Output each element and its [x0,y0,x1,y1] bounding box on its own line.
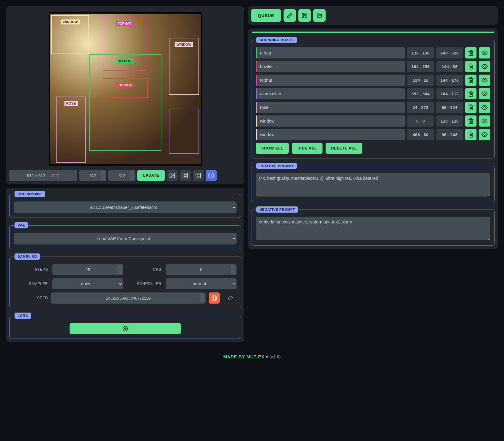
positive-prompt-legend: POSITIVE PROMPT [256,163,297,169]
bbox-prompt-input[interactable] [256,61,405,72]
delete-all-button[interactable]: DELETE ALL [326,143,362,154]
bbox-prompt-input[interactable] [256,75,405,86]
open-folder-button[interactable] [313,9,326,22]
positive-prompt-section: POSITIVE PROMPT [251,163,495,202]
bbox-row: 408,8096×248 [256,129,490,140]
vae-select[interactable]: Load VAE From Checkpoint [14,233,237,244]
bbox-prompt-input[interactable] [256,88,405,99]
height-input[interactable] [108,170,135,181]
bbox-delete-button[interactable] [465,102,476,113]
svg-point-15 [484,93,485,95]
bbox-visibility-button[interactable] [479,47,490,58]
top-actions-panel: QUEUE [248,6,498,25]
svg-point-10 [215,299,216,300]
bbox-prompt-input[interactable] [256,102,405,113]
seed-label: SEED [14,296,48,300]
preview-panel: WINDOWTOPHATWINDOWA FROGBOWTIEROSE 512 ×… [6,6,244,184]
bbox-size: 96×224 [436,102,463,113]
update-button[interactable]: UPDATE [137,170,165,181]
bbox-position: 392,384 [407,88,434,99]
width-input[interactable] [79,170,106,181]
negative-prompt-textarea[interactable] [256,217,490,240]
bbox-visibility-button[interactable] [479,75,490,86]
negative-prompt-section: NEGATIVE PROMPT [251,206,495,246]
bbox-visibility-button[interactable] [479,129,490,140]
recycle-icon[interactable] [224,295,237,301]
bbox-delete-button[interactable] [465,129,476,140]
svg-point-1 [171,174,172,175]
scheduler-select[interactable]: normal [166,278,237,289]
save-button[interactable] [298,9,311,22]
bbox-size: 120×128 [436,115,463,127]
sampling-legend: SAMPLING [15,253,40,260]
progress-bar [252,32,494,33]
bbox-delete-button[interactable] [465,61,476,72]
bbox-row: 8,8120×128 [256,115,490,127]
svg-rect-6 [212,296,217,300]
footer-made: MADE BY MUT-EX [223,354,264,359]
svg-point-9 [213,299,214,300]
svg-rect-2 [183,173,187,178]
randomize-seed-button[interactable] [209,292,220,304]
svg-point-18 [484,134,485,136]
svg-rect-3 [184,175,186,177]
bbox-overlay [169,109,199,154]
bbox-size: 104×112 [436,88,463,99]
sampler-select[interactable]: euler [52,278,123,289]
bbox-row: 392,384104×112 [256,88,490,99]
bbox-overlay: WINDOW [51,15,89,54]
steps-label: STEPS [14,267,48,272]
bbox-visibility-button[interactable] [479,61,490,72]
bbox-delete-button[interactable] [465,88,476,99]
bbox-delete-button[interactable] [465,75,476,86]
seed-input[interactable] [51,292,206,304]
vae-section: VAE Load VAE From Checkpoint [9,222,241,249]
checkpoint-select[interactable]: SD1.5\Dreamshaper_7.safetensors [14,201,237,213]
preview-image: WINDOWTOPHATWINDOWA FROGBOWTIEROSE [49,12,202,166]
bbox-position: 184,256 [407,61,434,72]
add-lora-button[interactable] [70,323,181,334]
bbox-visibility-button[interactable] [479,102,490,113]
info-icon-button[interactable] [206,170,217,181]
svg-rect-4 [196,173,200,178]
erase-button[interactable] [284,9,296,22]
sampler-label: SAMPLER [14,282,48,286]
svg-point-16 [484,107,485,108]
lora-section: LORA [9,313,241,339]
bbox-overlay: WINDOW [169,38,199,95]
swap-icon-button[interactable] [193,170,204,181]
svg-point-14 [484,80,485,81]
cfg-label: CFG [127,267,161,272]
dimension-preset-select[interactable]: 512 × 512 — (1:1) [9,170,77,181]
svg-point-12 [484,52,485,54]
bbox-prompt-input[interactable] [256,47,405,58]
svg-point-7 [213,296,214,297]
right-main-panel: BOUNDING BOXES 136,136240×320184,256144×… [248,28,498,249]
fullscreen-icon-button[interactable] [180,170,191,181]
bbox-row: 184,16144×176 [256,75,490,86]
cfg-input[interactable] [166,264,237,275]
bbox-visibility-button[interactable] [479,88,490,99]
image-icon-button[interactable] [167,170,178,181]
bbox-position: 24,272 [407,102,434,113]
bbox-overlay: BOWTIE [103,78,148,98]
footer: MADE BY MUT-EX ♥ (v1.0) [6,354,498,359]
positive-prompt-textarea[interactable] [256,173,490,197]
negative-prompt-legend: NEGATIVE PROMPT [256,206,298,213]
bbox-visibility-button[interactable] [479,115,490,127]
hide-all-button[interactable]: HIDE ALL [292,143,322,154]
bbox-row: 184,256144×56 [256,61,490,72]
svg-point-8 [215,296,216,297]
bbox-delete-button[interactable] [465,47,476,58]
show-all-button[interactable]: SHOW ALL [256,143,289,154]
steps-input[interactable] [52,264,123,275]
checkpoint-legend: CHECKPOINT [15,191,45,197]
queue-button[interactable]: QUEUE [251,9,281,22]
bbox-prompt-input[interactable] [256,115,405,127]
bbox-row: 24,27296×224 [256,102,490,113]
bbox-prompt-input[interactable] [256,129,405,140]
bbox-delete-button[interactable] [465,115,476,127]
bbox-row: 136,136240×320 [256,47,490,58]
scheduler-label: SCHEDULER [127,282,161,286]
sampling-section: SAMPLING STEPS CFG SAMPLER euler SCHEDUL… [9,253,241,308]
